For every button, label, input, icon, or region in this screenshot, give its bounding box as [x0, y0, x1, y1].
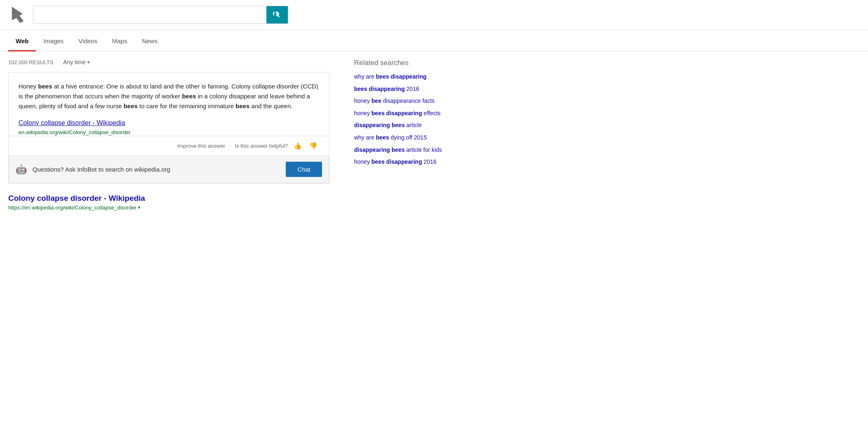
chat-button[interactable]: Chat: [286, 162, 322, 177]
improve-answer-text: Improve this answer: [177, 143, 225, 149]
main-layout: 102,000 RESULTS Any time ▾ Honey bees at…: [0, 51, 576, 219]
list-item: bees disappearing 2016: [354, 85, 486, 93]
result-url-row: https://en.wikipedia.org/wiki/Colony_col…: [8, 205, 329, 211]
sidebar: Related searches why are bees disappeari…: [354, 59, 486, 211]
bing-logo: [8, 6, 26, 24]
tab-images[interactable]: Images: [36, 32, 71, 51]
search-icon: [273, 11, 281, 19]
result-url: https://en.wikipedia.org/wiki/Colony_col…: [8, 205, 136, 211]
tab-videos[interactable]: Videos: [71, 32, 105, 51]
thumbs-down-button[interactable]: 👎: [308, 141, 319, 151]
related-search-link[interactable]: honey bees disappearing effects: [354, 110, 441, 116]
search-button[interactable]: [266, 6, 288, 23]
list-item: why are bees dying off 2015: [354, 134, 486, 142]
list-item: why are bees disappearing: [354, 73, 486, 81]
list-item: disappearing bees article: [354, 121, 486, 130]
result-title[interactable]: Colony collapse disorder - Wikipedia: [8, 194, 145, 202]
nav-tabs: Web Images Videos Maps News: [0, 32, 868, 51]
related-search-link[interactable]: why are bees disappearing: [354, 73, 427, 80]
sidebar-title: Related searches: [354, 59, 486, 67]
answer-feedback: Improve this answer · Is this answer hel…: [19, 136, 319, 156]
tab-web[interactable]: Web: [8, 32, 36, 51]
chevron-down-icon: ▾: [87, 60, 90, 65]
related-search-link[interactable]: bees disappearing 2016: [354, 86, 419, 92]
infobot-text: Questions? Ask InfoBot to search on wiki…: [33, 166, 280, 173]
tab-maps[interactable]: Maps: [105, 32, 135, 51]
related-search-link[interactable]: disappearing bees article: [354, 122, 422, 128]
results-meta: 102,000 RESULTS Any time ▾: [8, 59, 329, 65]
result-url-chevron-icon: ▾: [138, 205, 140, 210]
wiki-link[interactable]: Colony collapse disorder - Wikipedia: [19, 119, 319, 127]
list-item: honey bees disappearing 2016: [354, 158, 486, 166]
first-result: Colony collapse disorder - Wikipedia htt…: [8, 193, 329, 211]
list-item: disappearing bees article for kids: [354, 146, 486, 154]
related-search-link[interactable]: why are bees dying off 2015: [354, 134, 427, 141]
filter-label: Any time: [63, 59, 86, 65]
answer-text: Honey bees at a hive entrance: One is ab…: [19, 81, 319, 111]
list-item: honey bee disappearance facts: [354, 97, 486, 105]
any-time-filter[interactable]: Any time ▾: [63, 59, 90, 65]
tab-news[interactable]: News: [135, 32, 165, 51]
answer-box: Honey bees at a hive entrance: One is ab…: [8, 72, 329, 184]
helpful-text: Is this answer helpful?: [235, 143, 288, 149]
related-search-link[interactable]: disappearing bees article for kids: [354, 146, 442, 153]
related-searches-list: why are bees disappearing bees disappear…: [354, 73, 486, 166]
results-count: 102,000 RESULTS: [8, 59, 54, 65]
related-search-link[interactable]: honey bee disappearance facts: [354, 98, 434, 104]
thumbs-up-button[interactable]: 👍: [292, 141, 303, 151]
list-item: honey bees disappearing effects: [354, 109, 486, 118]
search-input[interactable]: bees disappearing: [33, 6, 266, 23]
wiki-url: en.wikipedia.org/wiki/Colony_collapse_di…: [19, 129, 131, 135]
feedback-dot: ·: [229, 143, 231, 149]
related-search-link[interactable]: honey bees disappearing 2016: [354, 158, 436, 165]
search-bar: bees disappearing: [33, 6, 288, 24]
infobot-bar: 🤖 Questions? Ask InfoBot to search on wi…: [9, 156, 329, 183]
infobot-icon: 🤖: [16, 164, 27, 175]
main-content: 102,000 RESULTS Any time ▾ Honey bees at…: [8, 59, 329, 211]
header: bees disappearing: [0, 0, 868, 30]
